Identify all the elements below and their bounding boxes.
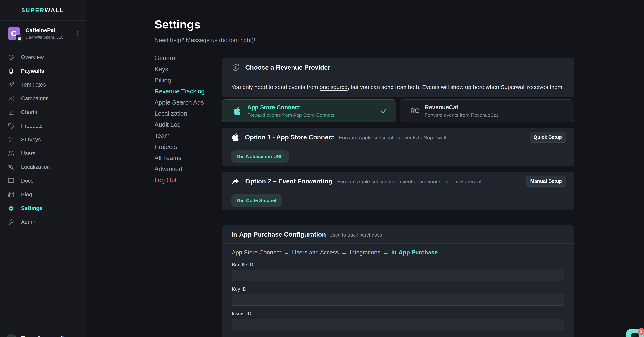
sidebar-item-label: Admin [21, 219, 36, 225]
sidebar-item-label: Users [21, 150, 35, 156]
sidebar-item-blog[interactable]: Blog [0, 188, 86, 201]
subnav-item-keys[interactable]: Keys [154, 64, 219, 75]
settings-subnav: General Keys Billing Revenue Tracking Ap… [154, 53, 219, 186]
option2-event-forwarding-panel: Option 2 – Event Forwarding Forward Appl… [222, 172, 574, 210]
workspace-org-name: Day Well Spent, LLC [26, 35, 64, 40]
svg-text:$: $ [235, 66, 237, 69]
get-code-snippet-button[interactable]: Get Code Snippet [232, 194, 282, 207]
logo-accent-text: $UPER [22, 7, 44, 14]
option1-app-store-connect-panel: Option 1 - App Store Connect Forward App… [222, 128, 574, 166]
iap-config-panel: In-App Purchase Configuration Used to tr… [222, 225, 574, 337]
localization-languages-icon [8, 164, 14, 170]
breadcrumb-users-and-access: Users and Access [292, 249, 339, 256]
subnav-item-billing[interactable]: Billing [154, 75, 219, 86]
note-after: , but you can send from both. Events wil… [348, 84, 564, 90]
subnav-item-projects[interactable]: Projects [154, 141, 219, 152]
users-icon [8, 150, 14, 157]
bundle-id-label: Bundle ID [232, 262, 564, 268]
sidebar-item-admin[interactable]: Admin [0, 215, 86, 229]
sidebar-item-campaigns[interactable]: Campaigns [0, 92, 86, 105]
option1-title: Option 1 - App Store Connect [245, 134, 334, 141]
team-avatar [5, 334, 17, 337]
workspace-meta: CaffeinePal Day Well Spent, LLC [26, 27, 64, 40]
products-tag-icon [8, 123, 14, 129]
sidebar-item-overview[interactable]: Overview [0, 50, 86, 64]
option2-header: Option 2 – Event Forwarding Forward Appl… [222, 172, 574, 191]
sidebar-item-label: Blog [21, 191, 32, 198]
iap-config-body: App Store Connect → Users and Access → I… [222, 243, 574, 330]
docs-book-icon [8, 178, 14, 184]
provider-card-app-store-connect[interactable]: App Store Connect Forward events from Ap… [222, 100, 396, 122]
sidebar-item-label: Localization [21, 164, 50, 170]
templates-rocket-icon [8, 82, 14, 88]
revenue-provider-title: Choose a Revenue Provider [245, 64, 330, 71]
subnav-item-revenue-tracking[interactable]: Revenue Tracking [154, 86, 219, 97]
bundle-id-input[interactable] [232, 270, 564, 281]
subnav-item-apple-search-ads[interactable]: Apple Search Ads [154, 97, 219, 108]
subnav-item-audit-log[interactable]: Audit Log [154, 119, 219, 130]
sidebar-item-charts[interactable]: Charts [0, 105, 86, 119]
surveys-checklist-icon [8, 137, 14, 143]
iap-config-subtitle: Used to track purchases [329, 232, 382, 238]
sidebar-item-label: Campaigns [21, 95, 49, 102]
charts-icon [8, 109, 14, 116]
sidebar-footer-team[interactable]: Team Superwall [0, 328, 86, 337]
forward-arrow-icon [232, 177, 240, 185]
admin-gavel-icon [8, 219, 14, 225]
page-subtitle: Need help? Message us (bottom right)! [154, 37, 255, 44]
key-id-input[interactable] [232, 294, 564, 305]
superwall-settings-app: $UPERWALL C CaffeinePal Day Well Spent, … [0, 0, 644, 337]
breadcrumb-integrations: Integrations [350, 249, 380, 256]
sidebar-item-products[interactable]: Products [0, 119, 86, 133]
iap-config-title: In-App Purchase Configuration [232, 231, 326, 238]
option2-body: Get Code Snippet [222, 191, 574, 210]
note-before: You only need to send events from [232, 84, 320, 90]
sidebar-item-label: Paywalls [21, 68, 44, 74]
breadcrumb-in-app-purchase-link[interactable]: In-App Purchase [391, 249, 438, 256]
overview-icon [8, 54, 14, 61]
sidebar-item-users[interactable]: Users [0, 147, 86, 160]
apple-icon [232, 133, 239, 141]
provider-card-revenuecat[interactable]: RC RevenueCat Forward events from Revenu… [400, 100, 574, 122]
sidebar-item-docs[interactable]: Docs [0, 174, 86, 188]
option1-header: Option 1 - App Store Connect Forward App… [222, 128, 574, 147]
subnav-item-localization[interactable]: Localization [154, 108, 219, 119]
superwall-logo[interactable]: $UPERWALL [0, 0, 86, 21]
sidebar-item-settings[interactable]: Settings [0, 201, 86, 215]
chat-unread-badge: 3 [638, 328, 644, 335]
breadcrumb-arrow-icon: → [383, 249, 389, 256]
get-notification-url-button[interactable]: Get Notification URL [232, 150, 288, 163]
sidebar-item-label: Templates [21, 82, 46, 88]
subnav-item-team[interactable]: Team [154, 130, 219, 141]
workspace-switcher[interactable]: C CaffeinePal Day Well Spent, LLC [0, 21, 86, 47]
sidebar-item-templates[interactable]: Templates [0, 78, 86, 92]
subnav-item-advanced[interactable]: Advanced [154, 163, 219, 175]
sidebar-item-label: Docs [21, 178, 34, 184]
sidebar-item-label: Surveys [21, 137, 41, 143]
sidebar-item-paywalls[interactable]: Paywalls [0, 64, 86, 78]
iap-config-header: In-App Purchase Configuration Used to tr… [222, 225, 574, 243]
provider-name: App Store Connect [247, 104, 334, 111]
provider-description: Forward events from RevenueCat [425, 112, 498, 118]
revenue-cycle-icon: $ [232, 63, 240, 72]
sidebar-item-surveys[interactable]: Surveys [0, 133, 86, 147]
sidebar-item-label: Settings [21, 205, 42, 211]
note-one-source: one source [320, 84, 348, 90]
provider-description: Forward events from App Store Connect [247, 112, 334, 118]
workspace-menu-kebab-icon[interactable] [74, 29, 81, 38]
subnav-item-general[interactable]: General [154, 53, 219, 64]
app-avatar: C [8, 27, 20, 40]
subnav-item-logout[interactable]: Log Out [154, 175, 219, 186]
issuer-id-label: Issuer ID [232, 311, 564, 316]
sidebar-item-localization[interactable]: Localization [0, 160, 86, 174]
apple-platform-badge-icon [16, 35, 23, 42]
quick-setup-button[interactable]: Quick Setup [530, 132, 566, 143]
sidebar-item-label: Overview [21, 54, 44, 60]
option2-subtitle: Forward Apple subscription events from y… [337, 179, 482, 185]
subnav-item-all-teams[interactable]: All Teams [154, 152, 219, 163]
selected-check-icon [380, 107, 388, 115]
page-title: Settings [154, 18, 200, 31]
issuer-id-input[interactable] [232, 319, 564, 330]
breadcrumb-app-store-connect: App Store Connect [232, 249, 281, 256]
manual-setup-button[interactable]: Manual Setup [526, 176, 566, 187]
